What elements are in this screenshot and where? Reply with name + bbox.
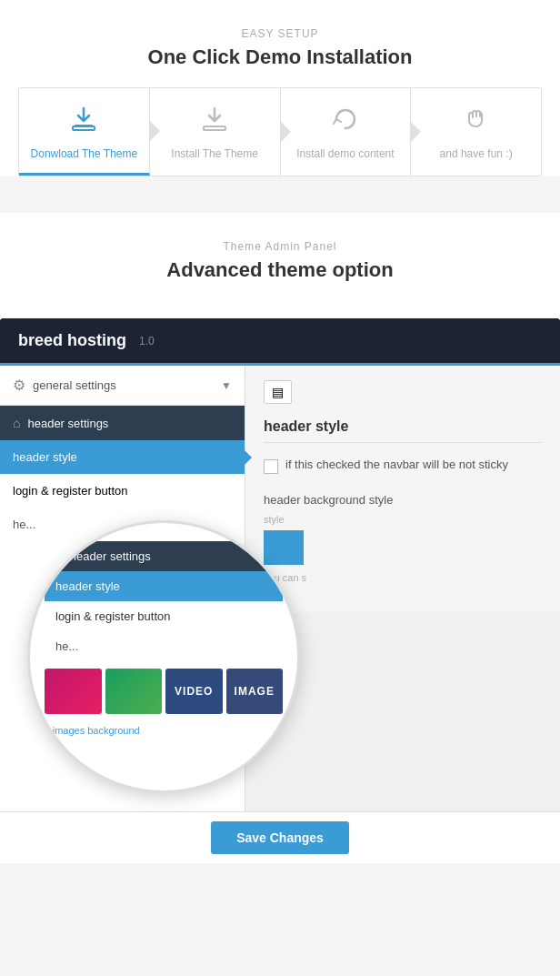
chevron-down-icon: ▼ — [221, 379, 232, 392]
theme-panel-body: ⚙ general settings ▼ ⌂ header settings h… — [0, 366, 560, 811]
admin-title: Advanced theme option — [18, 258, 542, 282]
mag-he-label: he... — [55, 639, 78, 653]
steps-bar: Donwload The Theme Install The Theme Ins… — [18, 87, 542, 176]
sticky-navbar-checkbox[interactable] — [264, 459, 278, 474]
mag-sidebar-faded: he... — [45, 631, 283, 661]
magnifier-inner: ⌂ header settings header style login & r… — [30, 523, 297, 790]
sidebar-header-settings-label: header settings — [27, 417, 108, 430]
swatch-gradient[interactable] — [45, 669, 102, 714]
can-s-text: you can s — [264, 572, 542, 583]
theme-panel-version: 1.0 — [139, 335, 155, 347]
easy-setup-section: EASY SETUP One Click Demo Installation D… — [0, 0, 560, 176]
header-style-section-title: header style — [264, 418, 542, 443]
magnifier-overlay: ⌂ header settings header style login & r… — [27, 520, 300, 793]
sticky-navbar-checkbox-row: if this checked the navbar will be not s… — [264, 458, 542, 478]
mag-header-settings-label: header settings — [70, 549, 151, 563]
mag-sidebar-header: ⌂ header settings — [45, 541, 283, 571]
bg-style-field: header background style style you can s — [264, 493, 542, 583]
step-download-label: Donwload The Theme — [31, 147, 138, 160]
home-icon: ⌂ — [13, 416, 20, 430]
sticky-navbar-field: if this checked the navbar will be not s… — [264, 458, 542, 478]
easy-setup-subtitle: EASY SETUP — [18, 27, 542, 40]
demo-icon — [331, 105, 360, 140]
easy-setup-title: One Click Demo Installation — [18, 45, 542, 69]
mag-home-icon: ⌂ — [55, 549, 63, 563]
step-install[interactable]: Install The Theme — [150, 88, 281, 176]
sidebar-dropdown[interactable]: ⚙ general settings ▼ — [0, 366, 245, 406]
settings-icon: ⚙ — [13, 377, 25, 394]
install-icon — [200, 105, 229, 140]
step-fun[interactable]: and have fun :) — [411, 88, 541, 176]
theme-panel-logo: breed hosting — [18, 331, 126, 350]
theme-panel-header: breed hosting 1.0 — [0, 318, 560, 366]
sidebar-login-label: login & register button — [13, 484, 127, 498]
step-fun-label: and have fun :) — [440, 147, 513, 160]
mag-images-label: r images background — [46, 725, 283, 736]
svg-rect-1 — [73, 126, 95, 130]
mag-login-label: login & register button — [55, 609, 170, 623]
toolbar-grid-btn[interactable]: ▤ — [264, 380, 292, 404]
swatch-video-label: VIDEO — [175, 685, 213, 698]
mag-swatches: VIDEO IMAGE — [45, 661, 283, 721]
sidebar-item-login-register[interactable]: login & register button — [0, 474, 245, 508]
swatch-green[interactable] — [105, 669, 163, 714]
admin-panel-section: Theme Admin Panel Advanced theme option — [0, 213, 560, 318]
step-install-label: Install The Theme — [171, 147, 258, 160]
swatch-image-label: IMAGE — [235, 685, 275, 698]
swatch-image[interactable]: IMAGE — [226, 669, 284, 714]
mag-sidebar-login: login & register button — [45, 601, 283, 631]
panel-toolbar: ▤ — [264, 380, 542, 404]
svg-rect-2 — [204, 126, 225, 130]
bg-style-sublabel: style — [264, 514, 542, 525]
bg-style-label: header background style — [264, 493, 542, 507]
sidebar-header-style-label: header style — [13, 450, 77, 464]
mag-sidebar-active: header style — [45, 571, 283, 601]
step-demo[interactable]: Install demo content — [281, 88, 412, 176]
download-icon — [69, 105, 98, 140]
sidebar-dropdown-label: general settings — [33, 378, 214, 392]
sidebar-item-header-settings[interactable]: ⌂ header settings — [0, 406, 245, 440]
swatch-video[interactable]: VIDEO — [165, 669, 223, 714]
save-changes-button[interactable]: Save Changes — [211, 821, 349, 854]
sticky-navbar-label: if this checked the navbar will be not s… — [285, 458, 508, 471]
step-download[interactable]: Donwload The Theme — [19, 88, 150, 176]
theme-panel: breed hosting 1.0 ⚙ general settings ▼ ⌂… — [0, 318, 560, 863]
step-demo-label: Install demo content — [296, 147, 394, 160]
mag-header-style-label: header style — [55, 579, 120, 593]
bg-color-btn-wrap — [264, 530, 542, 568]
fun-icon — [462, 105, 491, 140]
admin-subtitle: Theme Admin Panel — [18, 240, 542, 253]
sidebar-item-header-style[interactable]: header style — [0, 440, 245, 474]
save-btn-container: Save Changes — [0, 811, 560, 863]
